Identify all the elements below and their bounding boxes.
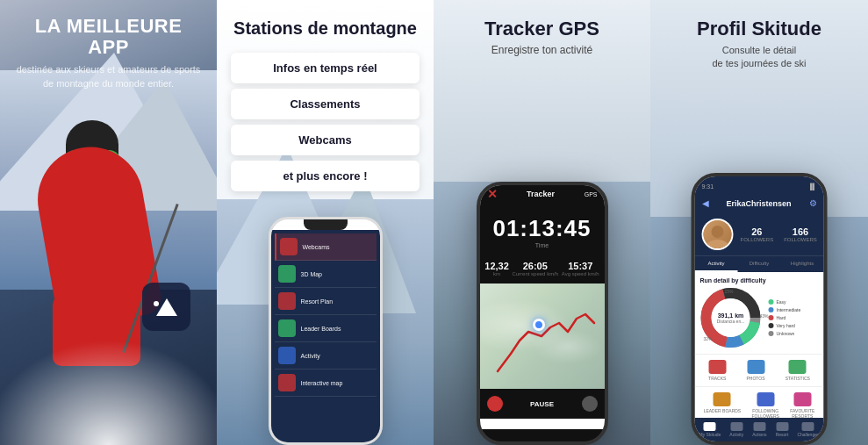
- webcams-icon: [280, 238, 298, 255]
- legend-easy-dot: [769, 299, 774, 305]
- my-skitude-label: My Skitude: [699, 432, 721, 437]
- tracker-big-time: 01:13:45: [480, 215, 605, 242]
- gps-current-position: [533, 319, 545, 331]
- panel-2-title: Stations de montagne: [233, 18, 417, 39]
- chart-center: 391,1 km Distancia en...: [717, 312, 745, 324]
- menu-btn-classements[interactable]: Classements: [231, 89, 420, 119]
- legend-very-hard: Very hard: [769, 323, 801, 328]
- legend-hard-dot: [769, 315, 774, 320]
- tab-activity[interactable]: Activity: [695, 256, 738, 272]
- bottom-nav-actions[interactable]: Actions: [752, 422, 766, 437]
- statistics-label: STATISTICS: [786, 376, 810, 381]
- profile-followers-count: 26 FOLLOWERS: [741, 226, 774, 242]
- tracker-pause-bar: PAUSE: [480, 389, 605, 419]
- tracker-avg-speed-label: Avg speed km/h: [562, 271, 599, 276]
- action-tracks[interactable]: TRACKS: [708, 360, 726, 381]
- bottom-actions-icon: [753, 422, 765, 431]
- bottom-resort-icon: [776, 422, 788, 431]
- action-statistics[interactable]: STATISTICS: [786, 360, 810, 381]
- chart-legend: Easy Intermediate Hard Very hard: [769, 299, 801, 336]
- chart-title: Run detail by difficulty: [700, 277, 819, 284]
- resort-plan-label: Resort Plan: [301, 298, 334, 305]
- webcams-label: Webcams: [303, 244, 330, 250]
- following-icon: [757, 392, 774, 406]
- legend-easy-label: Easy: [777, 299, 786, 305]
- tracker-distance-unit: km: [484, 271, 509, 276]
- tracker-top-bar: ✕ Tracker GPS: [480, 182, 605, 208]
- menu-btn-webcams[interactable]: Webcams: [231, 125, 420, 155]
- profile-name-title: ErikaChristensen: [726, 199, 791, 208]
- tracker-sound-icon[interactable]: [487, 396, 503, 412]
- pct-15: 15%: [725, 289, 734, 294]
- bottom-nav-my-skitude[interactable]: My Skitude: [699, 422, 721, 437]
- phone-menu-leader-boards: Leader Boards: [275, 315, 377, 342]
- tracker-close-icon: ✕: [487, 187, 498, 201]
- profile-action-row: TRACKS PHOTOS STATISTICS: [695, 354, 824, 386]
- leader-boards-icon: [278, 319, 296, 337]
- tracker-current-speed-label: Current speed km/h: [512, 271, 558, 276]
- my-skitude-icon: [704, 422, 716, 431]
- app-logo: [142, 283, 190, 331]
- tracker-settings-icon[interactable]: [582, 396, 598, 412]
- phone-menu-interactive-map: Interactive map: [275, 370, 377, 397]
- phone-menu-webcams: Webcams: [275, 233, 377, 261]
- legend-intermediate: Intermediate: [769, 307, 801, 312]
- chart-center-sublabel: Distancia en...: [717, 319, 745, 324]
- profile-settings-icon[interactable]: ⚙: [809, 198, 817, 208]
- logo-dot-icon: [154, 301, 159, 306]
- photos-icon: [747, 360, 764, 374]
- tracks-icon: [708, 360, 726, 374]
- pause-button[interactable]: PAUSE: [503, 400, 582, 408]
- legend-hard-label: Hard: [777, 315, 786, 320]
- panel-3-subtitle: Enregistre ton activité: [448, 44, 636, 56]
- action-photos[interactable]: PHOTOS: [747, 360, 765, 381]
- followers-label: FOLLOWERS: [741, 237, 774, 242]
- tracker-label: Tracker: [527, 190, 555, 198]
- donut-chart: 391,1 km Distancia en... 15% 43% 32%: [700, 287, 762, 348]
- gps-track-svg: [480, 284, 605, 389]
- profile-avatar: [702, 219, 734, 250]
- following-label: FOLLOWERS: [784, 237, 817, 242]
- chart-area: 391,1 km Distancia en... 15% 43% 32% Eas…: [700, 287, 819, 348]
- menu-btn-more[interactable]: et plus encore !: [231, 161, 420, 191]
- legend-very-hard-dot: [769, 323, 774, 328]
- bottom-nav-resort[interactable]: Resort: [776, 422, 789, 437]
- legend-easy: Easy: [769, 299, 801, 305]
- bottom-challenges-label: Challenges: [797, 432, 819, 437]
- bottom-nav-challenges[interactable]: Challenges: [797, 422, 819, 437]
- resort-plan-icon: [278, 292, 296, 310]
- action-leaderboards[interactable]: LEADER BOARDS: [704, 392, 742, 419]
- phone-mockup-2: Webcams 3D Map Resort Plan Leader Boards…: [269, 217, 383, 445]
- legend-unknown: Unknown: [769, 331, 801, 336]
- bottom-activity-icon: [730, 422, 742, 431]
- tracker-stat-current-speed: 26:05 Current speed km/h: [512, 261, 558, 276]
- leaderboards-label: LEADER BOARDS: [704, 408, 742, 413]
- chart-center-value: 391,1 km: [717, 312, 745, 319]
- tracker-stats-row: 12,32 km 26:05 Current speed km/h 15:37 …: [480, 255, 605, 284]
- menu-btn-infos[interactable]: Infos en temps réel: [231, 53, 420, 83]
- bottom-nav-activity[interactable]: Activity: [729, 422, 743, 437]
- phone-screen-3: ✕ Tracker GPS 01:13:45 Time 12,32 km 26:…: [480, 182, 605, 429]
- panel-1-subtitle: destinée aux skieurs et amateurs de spor…: [14, 63, 203, 90]
- profile-back-icon[interactable]: ◀: [702, 198, 709, 208]
- profile-status-bar: 9:31 ▐▌: [695, 176, 824, 190]
- pct-43: 43%: [759, 313, 768, 319]
- action-following-followers[interactable]: FOLLOWINGFOLLOWERS: [752, 392, 779, 419]
- legend-intermediate-label: Intermediate: [777, 307, 801, 312]
- panel-3-content: Tracker GPS Enregistre ton activité: [434, 0, 650, 56]
- following-number: 166: [784, 226, 817, 237]
- profile-info-row: 26 FOLLOWERS 166 FOLLOWERS Find friends: [695, 213, 824, 255]
- legend-very-hard-label: Very hard: [777, 323, 795, 328]
- panel-4-profile: Profil Skitude Consulte le détailde tes …: [650, 0, 868, 445]
- profile-stats-row: 26 FOLLOWERS 166 FOLLOWERS: [741, 226, 817, 242]
- action-favourite-resorts[interactable]: FAVOURITERESORTS: [790, 392, 814, 419]
- tab-highlights[interactable]: Highlights: [781, 256, 824, 272]
- tracker-stat-avg-speed: 15:37 Avg speed km/h: [562, 261, 599, 276]
- tracker-time-display: 01:13:45 Time: [480, 208, 605, 255]
- tracker-distance-value: 12,32: [484, 261, 509, 271]
- menu-buttons: Infos en temps réel Classements Webcams …: [231, 53, 420, 191]
- panel-1-text-block: LA MEILLEURE APP destinée aux skieurs et…: [0, 0, 217, 90]
- 3dmap-label: 3D Map: [301, 271, 323, 277]
- tracker-avg-speed-value: 15:37: [562, 261, 599, 271]
- tab-difficulty[interactable]: Difficulty: [738, 256, 781, 272]
